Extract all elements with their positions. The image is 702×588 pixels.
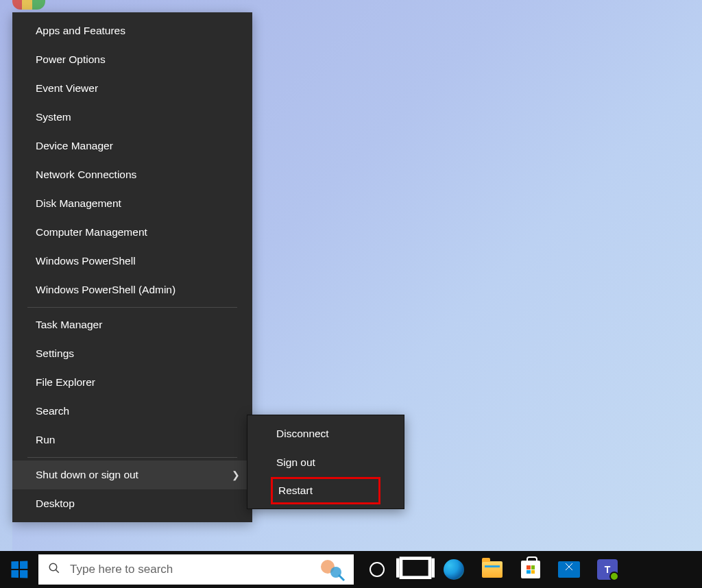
menu-separator: [27, 307, 237, 308]
menu-label: Apps and Features: [36, 25, 125, 36]
menu-shutdown-signout[interactable]: Shut down or sign out ❯: [12, 461, 252, 489]
menu-network-connections[interactable]: Network Connections: [12, 160, 252, 189]
menu-disk-management[interactable]: Disk Management: [12, 189, 252, 218]
menu-label: Run: [36, 434, 55, 445]
menu-label: Event Viewer: [36, 82, 98, 94]
menu-label: Desktop: [36, 498, 75, 509]
menu-device-manager[interactable]: Device Manager: [12, 132, 252, 160]
svg-rect-5: [401, 559, 430, 578]
menu-computer-management[interactable]: Computer Management: [12, 218, 252, 247]
menu-windows-powershell[interactable]: Windows PowerShell: [12, 247, 252, 275]
svg-line-1: [56, 569, 59, 573]
taskbar-app-explorer[interactable]: [473, 551, 511, 588]
search-input[interactable]: Type here to search: [38, 554, 354, 585]
circle-icon: [370, 562, 385, 577]
svg-point-0: [49, 563, 57, 571]
menu-label: Computer Management: [36, 226, 147, 238]
windows-logo-icon: [11, 561, 27, 578]
menu-power-options[interactable]: Power Options: [12, 45, 252, 74]
menu-event-viewer[interactable]: Event Viewer: [12, 74, 252, 103]
menu-system[interactable]: System: [12, 103, 252, 132]
folder-icon: [482, 561, 503, 578]
svg-line-4: [339, 575, 344, 580]
store-icon: [521, 561, 540, 578]
menu-label: Windows PowerShell: [36, 255, 136, 267]
search-highlight-icon: [318, 557, 347, 582]
chevron-right-icon: ❯: [232, 469, 240, 480]
menu-label: Task Manager: [36, 319, 102, 330]
menu-label: System: [36, 111, 71, 123]
teams-icon: T: [597, 559, 618, 580]
submenu-signout[interactable]: Sign out: [247, 448, 404, 477]
search-placeholder: Type here to search: [70, 563, 173, 576]
menu-search[interactable]: Search: [12, 397, 252, 426]
taskbar-app-teams[interactable]: T: [588, 551, 627, 588]
menu-label: Disk Management: [36, 197, 121, 209]
power-user-menu: Apps and Features Power Options Event Vi…: [12, 12, 252, 522]
menu-label: Device Manager: [36, 140, 113, 151]
menu-label: Power Options: [36, 53, 106, 65]
taskbar-app-store[interactable]: [511, 551, 550, 588]
menu-settings[interactable]: Settings: [12, 339, 252, 368]
start-button[interactable]: [0, 551, 38, 588]
cortana-button[interactable]: [358, 551, 396, 588]
menu-label: Network Connections: [36, 169, 136, 180]
desktop-edge: [0, 0, 12, 551]
taskbar-icons: T: [358, 551, 627, 588]
menu-run[interactable]: Run: [12, 426, 252, 454]
shutdown-submenu: Disconnect Sign out Restart: [247, 415, 404, 509]
menu-desktop[interactable]: Desktop: [12, 489, 252, 518]
menu-label: Search: [36, 405, 69, 417]
taskbar-app-mail[interactable]: [550, 551, 588, 588]
submenu-disconnect[interactable]: Disconnect: [247, 419, 404, 448]
menu-label: Windows PowerShell (Admin): [36, 284, 176, 295]
task-view-button[interactable]: [396, 551, 435, 588]
edge-icon: [444, 559, 464, 580]
chrome-window-edge: [12, 0, 45, 10]
menu-label: Shut down or sign out: [36, 469, 138, 480]
menu-separator: [27, 457, 237, 458]
mail-icon: [558, 561, 580, 578]
menu-apps-and-features[interactable]: Apps and Features: [12, 16, 252, 45]
submenu-restart[interactable]: Restart: [271, 477, 380, 504]
menu-task-manager[interactable]: Task Manager: [12, 310, 252, 339]
taskbar-app-edge[interactable]: [435, 551, 473, 588]
menu-file-explorer[interactable]: File Explorer: [12, 368, 252, 397]
menu-label: Settings: [36, 347, 74, 359]
taskbar: Type here to search T: [0, 551, 702, 588]
menu-label: Restart: [278, 485, 313, 496]
menu-label: File Explorer: [36, 376, 95, 388]
menu-label: Disconnect: [276, 428, 329, 439]
menu-windows-powershell-admin[interactable]: Windows PowerShell (Admin): [12, 275, 252, 304]
task-view-icon: [396, 550, 435, 588]
menu-label: Sign out: [276, 456, 315, 468]
search-icon: [48, 562, 60, 578]
